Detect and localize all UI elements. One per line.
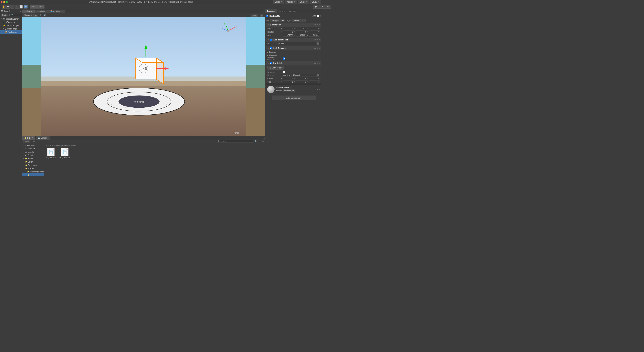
pivot-btn[interactable]: Pivot xyxy=(30,5,37,8)
add-component-btn[interactable]: Add Component xyxy=(272,95,316,100)
file-item-1[interactable]: 📄 MC_DataBase xyxy=(59,148,70,159)
sidebar-all-models[interactable]: All Models xyxy=(22,150,44,154)
search-icon[interactable]: 🔍 xyxy=(254,140,258,143)
rot-x-input[interactable]: 0 xyxy=(283,30,294,33)
collab-btn[interactable]: Collab xyxy=(273,0,284,4)
mesh-picker-btn[interactable] xyxy=(316,42,319,45)
rotate-tool-btn[interactable]: ↻ xyxy=(10,4,14,8)
mf-icon-3[interactable]: ≡ xyxy=(319,39,320,41)
mr-icon-2[interactable]: ⚙ xyxy=(316,47,318,49)
scene-options-btn[interactable]: ≡ xyxy=(263,11,265,13)
play-btn[interactable]: ▶ xyxy=(313,4,319,8)
mat-icon-1[interactable]: ⊙ xyxy=(314,88,316,90)
hierarchy-item-arcamera[interactable]: 📷 ARCamera xyxy=(0,20,22,24)
static-checkbox[interactable] xyxy=(317,15,319,17)
transform-all-btn[interactable]: ✤ xyxy=(24,4,28,8)
sidebar-scenes[interactable]: 📁 Scenes xyxy=(22,167,44,170)
mesh-renderer-header[interactable]: ▼ Mesh Renderer ⊙ ⚙ ≡ xyxy=(266,46,321,50)
hand-tool-btn[interactable]: ✋ xyxy=(2,4,6,8)
project-search-input[interactable] xyxy=(217,140,254,143)
sidebar-vuforia-selected[interactable]: 📁 xyxy=(22,173,44,176)
hierarchy-create-btn[interactable]: Create xyxy=(1,13,8,16)
layers-btn[interactable]: Layers xyxy=(298,0,309,4)
center-x-input[interactable]: 0 xyxy=(283,77,294,80)
mat-icon-2[interactable]: ⚙ xyxy=(317,88,318,90)
scene-tab-assetstore[interactable]: 🏪 Asset Store xyxy=(48,9,65,13)
center-z-input[interactable]: 0 xyxy=(309,77,320,80)
tag-select[interactable]: Untagged xyxy=(270,19,285,22)
scene-tab-scene[interactable]: 🎮 Scene xyxy=(22,9,35,13)
meshfilter-enabled[interactable] xyxy=(270,39,272,41)
shader-select[interactable]: Standard xyxy=(282,89,295,92)
services-tab[interactable]: Services xyxy=(287,9,298,13)
sidebar-all-materials[interactable]: All Materials xyxy=(22,147,44,150)
scale-tool-btn[interactable]: ⤡ xyxy=(15,4,19,8)
sidebar-streamingassets[interactable]: ▼ 📁 StreamingAssets xyxy=(22,170,44,173)
box-collider-header[interactable]: ▼ Box Collider ⊙ ⚙ ≡ xyxy=(266,61,321,65)
console-tab[interactable]: 💻 Console xyxy=(36,136,50,140)
2d-btn[interactable]: 2D xyxy=(34,14,38,17)
bc-icon-3[interactable]: ≡ xyxy=(319,62,320,64)
rect-tool-btn[interactable]: ⬜ xyxy=(19,4,23,8)
pos-y-input[interactable]: 0.17 xyxy=(296,27,307,30)
sidebar-all-prefabs[interactable]: All Prefabs xyxy=(22,154,44,157)
layer-select[interactable]: Default xyxy=(292,19,306,22)
sidebar-favorites[interactable]: ▼ ★ Favorites xyxy=(22,144,44,147)
project-maximize-btn[interactable]: ⛶ xyxy=(260,138,264,140)
minimize-btn[interactable] xyxy=(3,1,5,3)
scene-all-btn[interactable]: All xyxy=(260,14,264,17)
mat-icon-3[interactable]: ≡ xyxy=(319,88,320,90)
project-settings-btn[interactable]: ⚙ xyxy=(262,140,264,143)
mr-icon-3[interactable]: ≡ xyxy=(319,47,320,49)
pos-z-input[interactable]: 0 xyxy=(309,27,320,30)
size-z-input[interactable]: 1 xyxy=(309,80,320,83)
inspector-tab[interactable]: Inspector xyxy=(266,9,277,13)
close-btn[interactable] xyxy=(1,1,2,3)
pause-btn[interactable]: ⏸ xyxy=(319,4,322,8)
account-btn[interactable]: Account xyxy=(285,0,297,4)
rot-y-input[interactable]: 0 xyxy=(296,30,307,33)
audio-btn[interactable]: 🔊 xyxy=(43,14,47,16)
mesh-filter-header[interactable]: ▼ Cube (Mesh Filter) ⊙ ⚙ ≡ xyxy=(266,38,321,42)
meshrenderer-enabled[interactable] xyxy=(270,47,272,49)
hierarchy-menu-btn[interactable]: ≡ xyxy=(20,10,21,12)
pos-x-input[interactable]: 0 xyxy=(283,27,294,30)
scene-maximize-btn[interactable]: ⛶ xyxy=(258,10,263,13)
hierarchy-item-templatescene[interactable]: ▼ 🎬 TemplateScene* xyxy=(0,17,22,20)
project-refresh-btn[interactable]: ↻ xyxy=(258,140,261,143)
collider-material-picker[interactable] xyxy=(316,74,319,76)
is-trigger-checkbox[interactable] xyxy=(283,71,285,73)
static-dropdown[interactable]: ▼ xyxy=(320,15,321,17)
hierarchy-item-dirlight[interactable]: 💡 Directional Light xyxy=(0,24,22,27)
size-x-input[interactable]: 1 xyxy=(283,80,294,83)
project-menu-btn[interactable]: ≡ xyxy=(264,138,265,140)
transform-icon-3[interactable]: ≡ xyxy=(319,24,320,26)
center-y-input[interactable]: 0 xyxy=(296,77,307,80)
boxcollider-enabled[interactable] xyxy=(270,62,272,64)
project-tab[interactable]: 📁 Project xyxy=(22,136,35,140)
scale-y-input[interactable]: 0.32831 xyxy=(296,34,307,37)
local-btn[interactable]: Local xyxy=(37,5,44,8)
mf-icon-2[interactable]: ⚙ xyxy=(316,39,318,41)
transform-icon-2[interactable]: ⚙ xyxy=(316,24,318,26)
dynamic-occluded-checkbox[interactable] xyxy=(283,57,285,60)
edit-collider-btn[interactable]: ⊡ Edit Collider xyxy=(268,66,284,69)
fx-btn[interactable]: ✦ xyxy=(48,14,50,16)
file-item-0[interactable]: 📄 MC_DataBase xyxy=(46,148,56,159)
lighting-tab[interactable]: Lighting xyxy=(277,9,287,13)
maximize-btn[interactable] xyxy=(6,1,8,3)
mf-icon-1[interactable]: ⊙ xyxy=(314,39,316,41)
shading-select[interactable]: Shaded xyxy=(23,13,34,17)
scene-tab-game[interactable]: 🎮 Game xyxy=(35,9,48,13)
object-enabled-checkbox[interactable] xyxy=(266,15,268,17)
size-y-input[interactable]: 1 xyxy=(296,80,307,83)
bc-icon-1[interactable]: ⊙ xyxy=(314,62,316,64)
hierarchy-item-replaceme[interactable]: 📦 ReplaceMe xyxy=(0,30,22,34)
mr-icon-1[interactable]: ⊙ xyxy=(314,47,316,49)
gizmos-btn[interactable]: Gizmos xyxy=(251,14,258,17)
layout-btn[interactable]: Layout xyxy=(310,0,321,4)
scene-viewport[interactable]: PENN STATE xyxy=(22,17,265,136)
lighting-btn[interactable]: ☀ xyxy=(39,14,42,16)
transform-icon-1[interactable]: ⊙ xyxy=(314,24,316,26)
project-create-btn[interactable]: Create xyxy=(23,140,30,143)
